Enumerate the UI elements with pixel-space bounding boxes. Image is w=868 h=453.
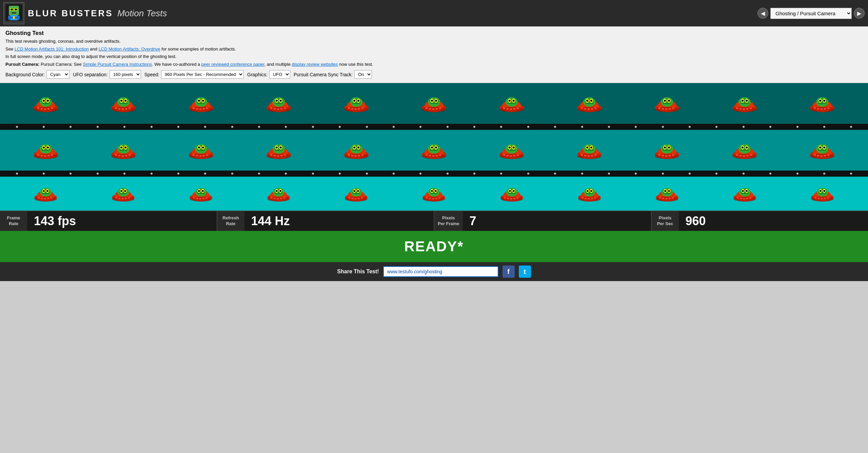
- svg-point-285: [668, 146, 670, 149]
- svg-rect-134: [662, 108, 664, 110]
- facebook-share-button[interactable]: f: [502, 265, 515, 278]
- ufo-icon: [32, 93, 59, 115]
- svg-point-327: [46, 190, 48, 192]
- svg-rect-471: [821, 198, 823, 199]
- ufo-sep-select[interactable]: 80 pixels 120 pixels 160 pixels 200 pixe…: [110, 70, 141, 79]
- svg-rect-177: [44, 155, 46, 157]
- divider-dot: [312, 173, 314, 175]
- divider-dot: [151, 126, 153, 128]
- svg-rect-329: [38, 197, 40, 199]
- svg-rect-94: [436, 108, 438, 110]
- svg-rect-22: [41, 108, 43, 110]
- divider-dot: [581, 173, 583, 175]
- divider-dot: [581, 126, 583, 128]
- ufo-icon: [653, 93, 680, 115]
- sync-track-label: Pursuit Camera Sync Track:: [294, 72, 353, 77]
- svg-rect-386: [352, 198, 354, 199]
- divider-dot: [850, 126, 852, 128]
- divider-dot: [419, 126, 421, 128]
- nav-prev-button[interactable]: ◀: [757, 8, 768, 19]
- ufo-row-3: [0, 177, 868, 211]
- svg-rect-259: [503, 154, 505, 156]
- link-lcd-overdrive[interactable]: LCD Motion Artifacts: Overdrive: [99, 46, 160, 52]
- test-selector[interactable]: Ghosting / Pursuit Camera: [770, 8, 852, 19]
- svg-rect-39: [129, 107, 131, 109]
- link-lcd-intro[interactable]: LCD Motion Artifacts 101: Introduction: [15, 46, 89, 52]
- svg-rect-65: [277, 109, 279, 110]
- svg-point-242: [431, 146, 433, 149]
- ready-text: READY*: [404, 238, 463, 254]
- ufo-icon: [420, 93, 448, 115]
- svg-rect-92: [429, 108, 431, 110]
- twitter-share-button[interactable]: t: [519, 265, 531, 278]
- svg-rect-416: [513, 198, 515, 199]
- divider-dot: [635, 173, 637, 175]
- svg-point-18: [43, 100, 45, 102]
- logo-alien-icon: [5, 4, 22, 21]
- svg-point-410: [509, 190, 511, 192]
- svg-rect-190: [118, 155, 120, 156]
- divider-dot: [823, 173, 825, 175]
- nav-next-button[interactable]: ▶: [854, 8, 865, 19]
- divider-dot: [70, 173, 72, 175]
- svg-point-453: [746, 190, 748, 192]
- svg-rect-67: [284, 107, 286, 109]
- svg-rect-77: [348, 107, 350, 109]
- svg-rect-413: [504, 197, 506, 199]
- link-display-reviews[interactable]: display review websites: [292, 62, 338, 67]
- graphics-select[interactable]: UFO Text Box: [269, 70, 290, 79]
- svg-point-117: [590, 100, 592, 102]
- svg-point-228: [353, 146, 355, 149]
- ufo-icon: [110, 139, 137, 161]
- nav-controls: ◀ Ghosting / Pursuit Camera ▶: [757, 8, 865, 19]
- share-url-input[interactable]: [383, 266, 498, 277]
- divider-dot: [419, 173, 421, 175]
- divider-dot: [231, 126, 233, 128]
- divider-dot: [204, 126, 206, 128]
- ufo-sep-label: UFO separation:: [73, 72, 108, 77]
- divider-dot: [796, 126, 798, 128]
- bg-color-select[interactable]: Cyan White Black Gray: [46, 70, 70, 79]
- frame-rate-label: FrameRate: [0, 211, 27, 231]
- divider-dot: [500, 126, 502, 128]
- svg-rect-164: [824, 108, 826, 110]
- svg-rect-247: [432, 155, 434, 157]
- svg-rect-262: [513, 155, 515, 156]
- svg-point-243: [435, 146, 437, 149]
- svg-rect-455: [737, 197, 739, 199]
- svg-rect-456: [740, 198, 742, 199]
- svg-point-355: [202, 190, 204, 192]
- header: BLUR BUSTERS Motion Tests ◀ Ghosting / P…: [0, 0, 868, 26]
- svg-rect-91: [426, 107, 428, 109]
- link-pursuit-camera[interactable]: Simple Pursuit Camera Instructions: [83, 62, 152, 67]
- svg-rect-165: [827, 107, 829, 109]
- svg-point-341: [124, 190, 126, 192]
- ufo-icon: [343, 139, 370, 161]
- ufo-icon: [33, 183, 58, 204]
- pursuit-camera-label: Pursuit Camera:: [5, 62, 39, 67]
- divider-dot: [662, 126, 664, 128]
- ufo-row-2: [0, 130, 868, 171]
- svg-rect-35: [115, 107, 117, 109]
- svg-rect-402: [436, 198, 438, 199]
- bg-color-control: Background Color: Cyan White Black Gray: [5, 70, 70, 79]
- ufo-sep-control: UFO separation: 80 pixels 120 pixels 160…: [73, 70, 141, 79]
- divider-dot: [850, 173, 852, 175]
- svg-rect-401: [432, 198, 434, 199]
- sync-track-select[interactable]: On Off: [354, 70, 372, 79]
- svg-rect-162: [817, 108, 819, 110]
- ufo-row-1: [0, 83, 868, 124]
- facebook-icon: f: [507, 268, 510, 276]
- link-conference-paper[interactable]: peer reviewed conference paper: [201, 62, 264, 67]
- svg-rect-204: [196, 155, 198, 156]
- ufo-icon: [498, 93, 525, 115]
- ufo-icon: [731, 93, 758, 115]
- svg-rect-37: [122, 109, 124, 110]
- divider-dot: [151, 173, 153, 175]
- ufo-icon: [498, 139, 525, 161]
- page-title: Ghosting Test: [5, 30, 863, 37]
- speed-select[interactable]: 480 Pixels Per Sec 960 Pixels Per Sec - …: [161, 70, 244, 79]
- divider-dot: [258, 173, 260, 175]
- divider-dot: [339, 126, 341, 128]
- ufo-icon: [188, 183, 214, 204]
